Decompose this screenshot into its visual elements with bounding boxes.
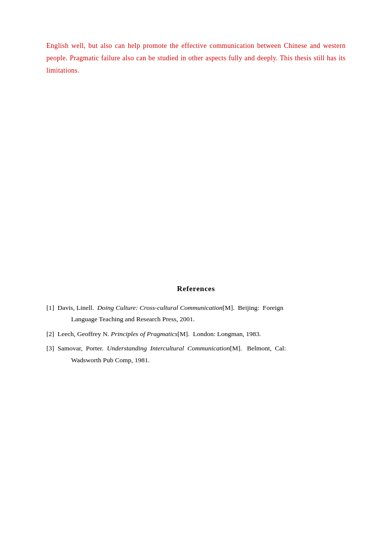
intro-paragraph: English well, but also can help promote … <box>46 40 346 77</box>
spacer <box>46 77 346 285</box>
ref-1-line2: Language Teaching and Research Press, 20… <box>46 313 346 325</box>
ref-1-number: [1] Davis, Linell. Doing Culture: Cross-… <box>46 304 283 311</box>
ref-3-line2: Wadsworth Pub Comp, 1981. <box>46 354 346 366</box>
ref-2-title-italic: Principles of Pragmatics <box>111 330 178 338</box>
ref-3-title-italic: Understanding Intercultural Communicatio… <box>107 344 230 352</box>
ref-entry-3: [3] Samovar, Porter. Understanding Inter… <box>46 342 346 366</box>
ref-2-number: [2] Leech, Geoffrey N. Principles of Pra… <box>46 330 261 338</box>
ref-entry-1: [1] Davis, Linell. Doing Culture: Cross-… <box>46 302 346 325</box>
references-section: References [1] Davis, Linell. Doing Cult… <box>46 285 346 366</box>
references-title: References <box>46 285 346 293</box>
page: English well, but also can help promote … <box>0 0 392 555</box>
ref-1-title-italic: Doing Culture: Cross-cultural Communicat… <box>97 304 223 311</box>
ref-3-number: [3] Samovar, Porter. Understanding Inter… <box>46 344 286 352</box>
ref-entry-2: [2] Leech, Geoffrey N. Principles of Pra… <box>46 328 346 340</box>
